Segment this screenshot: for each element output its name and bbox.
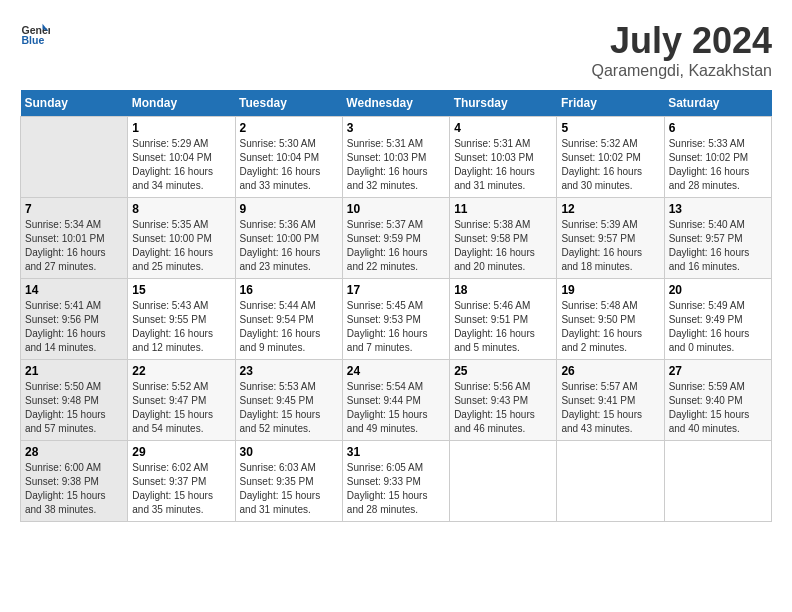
day-number: 14 — [25, 283, 123, 297]
day-info: Sunrise: 5:29 AM Sunset: 10:04 PM Daylig… — [132, 137, 230, 193]
day-number: 2 — [240, 121, 338, 135]
day-info: Sunrise: 6:03 AM Sunset: 9:35 PM Dayligh… — [240, 461, 338, 517]
day-number: 4 — [454, 121, 552, 135]
main-title: July 2024 — [591, 20, 772, 62]
day-info: Sunrise: 5:35 AM Sunset: 10:00 PM Daylig… — [132, 218, 230, 274]
day-info: Sunrise: 5:59 AM Sunset: 9:40 PM Dayligh… — [669, 380, 767, 436]
title-block: July 2024 Qaramengdi, Kazakhstan — [591, 20, 772, 80]
day-number: 10 — [347, 202, 445, 216]
calendar-cell — [557, 441, 664, 522]
day-info: Sunrise: 5:45 AM Sunset: 9:53 PM Dayligh… — [347, 299, 445, 355]
calendar-cell: 18Sunrise: 5:46 AM Sunset: 9:51 PM Dayli… — [450, 279, 557, 360]
day-info: Sunrise: 5:37 AM Sunset: 9:59 PM Dayligh… — [347, 218, 445, 274]
day-number: 12 — [561, 202, 659, 216]
day-info: Sunrise: 5:40 AM Sunset: 9:57 PM Dayligh… — [669, 218, 767, 274]
day-info: Sunrise: 5:50 AM Sunset: 9:48 PM Dayligh… — [25, 380, 123, 436]
calendar-cell: 8Sunrise: 5:35 AM Sunset: 10:00 PM Dayli… — [128, 198, 235, 279]
week-row-2: 7Sunrise: 5:34 AM Sunset: 10:01 PM Dayli… — [21, 198, 772, 279]
day-number: 17 — [347, 283, 445, 297]
calendar-cell: 17Sunrise: 5:45 AM Sunset: 9:53 PM Dayli… — [342, 279, 449, 360]
calendar-cell: 16Sunrise: 5:44 AM Sunset: 9:54 PM Dayli… — [235, 279, 342, 360]
day-number: 20 — [669, 283, 767, 297]
weekday-header-row: SundayMondayTuesdayWednesdayThursdayFrid… — [21, 90, 772, 117]
calendar-cell: 4Sunrise: 5:31 AM Sunset: 10:03 PM Dayli… — [450, 117, 557, 198]
calendar-cell: 26Sunrise: 5:57 AM Sunset: 9:41 PM Dayli… — [557, 360, 664, 441]
week-row-5: 28Sunrise: 6:00 AM Sunset: 9:38 PM Dayli… — [21, 441, 772, 522]
calendar-cell: 6Sunrise: 5:33 AM Sunset: 10:02 PM Dayli… — [664, 117, 771, 198]
logo-icon: General Blue — [20, 20, 50, 50]
day-info: Sunrise: 5:33 AM Sunset: 10:02 PM Daylig… — [669, 137, 767, 193]
day-info: Sunrise: 5:44 AM Sunset: 9:54 PM Dayligh… — [240, 299, 338, 355]
calendar-cell: 7Sunrise: 5:34 AM Sunset: 10:01 PM Dayli… — [21, 198, 128, 279]
day-info: Sunrise: 6:02 AM Sunset: 9:37 PM Dayligh… — [132, 461, 230, 517]
day-info: Sunrise: 5:30 AM Sunset: 10:04 PM Daylig… — [240, 137, 338, 193]
day-info: Sunrise: 5:56 AM Sunset: 9:43 PM Dayligh… — [454, 380, 552, 436]
day-number: 3 — [347, 121, 445, 135]
day-number: 11 — [454, 202, 552, 216]
calendar-cell: 10Sunrise: 5:37 AM Sunset: 9:59 PM Dayli… — [342, 198, 449, 279]
day-number: 7 — [25, 202, 123, 216]
weekday-header-monday: Monday — [128, 90, 235, 117]
calendar-cell: 28Sunrise: 6:00 AM Sunset: 9:38 PM Dayli… — [21, 441, 128, 522]
calendar-cell: 13Sunrise: 5:40 AM Sunset: 9:57 PM Dayli… — [664, 198, 771, 279]
day-number: 6 — [669, 121, 767, 135]
svg-text:Blue: Blue — [22, 34, 45, 46]
page-header: General Blue July 2024 Qaramengdi, Kazak… — [20, 20, 772, 80]
weekday-header-sunday: Sunday — [21, 90, 128, 117]
calendar-cell: 12Sunrise: 5:39 AM Sunset: 9:57 PM Dayli… — [557, 198, 664, 279]
day-number: 23 — [240, 364, 338, 378]
day-info: Sunrise: 5:31 AM Sunset: 10:03 PM Daylig… — [454, 137, 552, 193]
day-info: Sunrise: 5:46 AM Sunset: 9:51 PM Dayligh… — [454, 299, 552, 355]
subtitle: Qaramengdi, Kazakhstan — [591, 62, 772, 80]
calendar-cell: 23Sunrise: 5:53 AM Sunset: 9:45 PM Dayli… — [235, 360, 342, 441]
calendar-cell: 31Sunrise: 6:05 AM Sunset: 9:33 PM Dayli… — [342, 441, 449, 522]
week-row-3: 14Sunrise: 5:41 AM Sunset: 9:56 PM Dayli… — [21, 279, 772, 360]
calendar-table: SundayMondayTuesdayWednesdayThursdayFrid… — [20, 90, 772, 522]
day-number: 25 — [454, 364, 552, 378]
day-number: 5 — [561, 121, 659, 135]
calendar-cell: 30Sunrise: 6:03 AM Sunset: 9:35 PM Dayli… — [235, 441, 342, 522]
day-number: 19 — [561, 283, 659, 297]
day-number: 22 — [132, 364, 230, 378]
week-row-4: 21Sunrise: 5:50 AM Sunset: 9:48 PM Dayli… — [21, 360, 772, 441]
calendar-cell: 25Sunrise: 5:56 AM Sunset: 9:43 PM Dayli… — [450, 360, 557, 441]
day-number: 16 — [240, 283, 338, 297]
calendar-cell — [21, 117, 128, 198]
day-number: 27 — [669, 364, 767, 378]
calendar-cell: 3Sunrise: 5:31 AM Sunset: 10:03 PM Dayli… — [342, 117, 449, 198]
day-number: 21 — [25, 364, 123, 378]
day-info: Sunrise: 5:41 AM Sunset: 9:56 PM Dayligh… — [25, 299, 123, 355]
calendar-cell: 22Sunrise: 5:52 AM Sunset: 9:47 PM Dayli… — [128, 360, 235, 441]
calendar-cell: 20Sunrise: 5:49 AM Sunset: 9:49 PM Dayli… — [664, 279, 771, 360]
day-info: Sunrise: 5:48 AM Sunset: 9:50 PM Dayligh… — [561, 299, 659, 355]
day-number: 30 — [240, 445, 338, 459]
logo: General Blue — [20, 20, 50, 50]
weekday-header-thursday: Thursday — [450, 90, 557, 117]
day-number: 13 — [669, 202, 767, 216]
day-info: Sunrise: 6:05 AM Sunset: 9:33 PM Dayligh… — [347, 461, 445, 517]
weekday-header-friday: Friday — [557, 90, 664, 117]
calendar-cell: 27Sunrise: 5:59 AM Sunset: 9:40 PM Dayli… — [664, 360, 771, 441]
calendar-cell: 9Sunrise: 5:36 AM Sunset: 10:00 PM Dayli… — [235, 198, 342, 279]
weekday-header-wednesday: Wednesday — [342, 90, 449, 117]
day-info: Sunrise: 5:32 AM Sunset: 10:02 PM Daylig… — [561, 137, 659, 193]
day-number: 15 — [132, 283, 230, 297]
day-number: 29 — [132, 445, 230, 459]
calendar-cell: 21Sunrise: 5:50 AM Sunset: 9:48 PM Dayli… — [21, 360, 128, 441]
day-info: Sunrise: 5:34 AM Sunset: 10:01 PM Daylig… — [25, 218, 123, 274]
day-info: Sunrise: 5:53 AM Sunset: 9:45 PM Dayligh… — [240, 380, 338, 436]
weekday-header-saturday: Saturday — [664, 90, 771, 117]
calendar-cell: 11Sunrise: 5:38 AM Sunset: 9:58 PM Dayli… — [450, 198, 557, 279]
day-info: Sunrise: 5:43 AM Sunset: 9:55 PM Dayligh… — [132, 299, 230, 355]
calendar-cell: 19Sunrise: 5:48 AM Sunset: 9:50 PM Dayli… — [557, 279, 664, 360]
day-number: 1 — [132, 121, 230, 135]
day-info: Sunrise: 5:36 AM Sunset: 10:00 PM Daylig… — [240, 218, 338, 274]
calendar-cell: 2Sunrise: 5:30 AM Sunset: 10:04 PM Dayli… — [235, 117, 342, 198]
day-info: Sunrise: 5:54 AM Sunset: 9:44 PM Dayligh… — [347, 380, 445, 436]
day-info: Sunrise: 5:52 AM Sunset: 9:47 PM Dayligh… — [132, 380, 230, 436]
week-row-1: 1Sunrise: 5:29 AM Sunset: 10:04 PM Dayli… — [21, 117, 772, 198]
calendar-cell: 5Sunrise: 5:32 AM Sunset: 10:02 PM Dayli… — [557, 117, 664, 198]
weekday-header-tuesday: Tuesday — [235, 90, 342, 117]
day-info: Sunrise: 5:31 AM Sunset: 10:03 PM Daylig… — [347, 137, 445, 193]
day-info: Sunrise: 5:38 AM Sunset: 9:58 PM Dayligh… — [454, 218, 552, 274]
